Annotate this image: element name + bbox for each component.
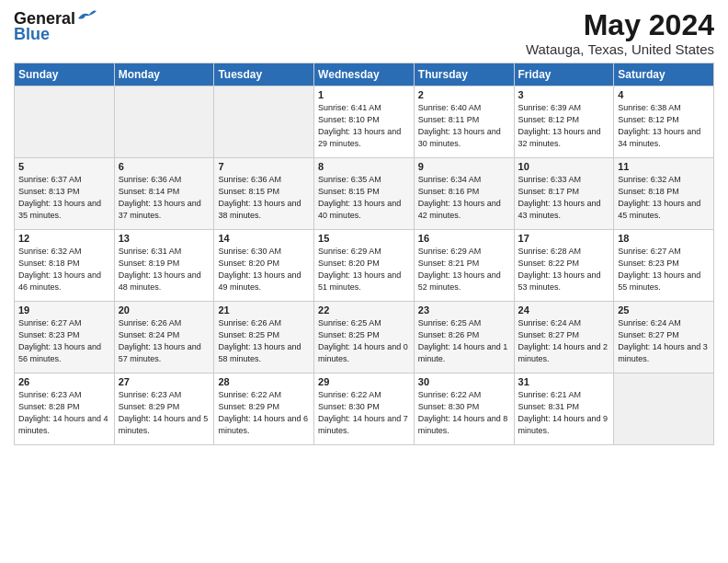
day-info: Sunrise: 6:23 AMSunset: 8:29 PMDaylight:… [119,389,210,437]
logo: General Blue [14,9,97,44]
day-info: Sunrise: 6:30 AMSunset: 8:20 PMDaylight:… [218,246,310,293]
table-row: 13Sunrise: 6:31 AMSunset: 8:19 PMDayligh… [114,230,214,302]
weekday-header-row: Sunday Monday Tuesday Wednesday Thursday… [15,63,714,86]
table-row: 31Sunrise: 6:21 AMSunset: 8:31 PMDayligh… [514,373,614,445]
day-info: Sunrise: 6:32 AMSunset: 8:18 PMDaylight:… [618,174,710,222]
day-number: 11 [618,161,710,172]
day-info: Sunrise: 6:26 AMSunset: 8:25 PMDaylight:… [218,317,310,365]
table-row: 22Sunrise: 6:25 AMSunset: 8:25 PMDayligh… [314,302,415,373]
day-number: 9 [418,161,510,172]
day-info: Sunrise: 6:39 AMSunset: 8:12 PMDaylight:… [518,102,610,150]
day-info: Sunrise: 6:31 AMSunset: 8:19 PMDaylight:… [119,246,210,293]
day-info: Sunrise: 6:35 AMSunset: 8:15 PMDaylight:… [318,174,410,222]
header-saturday: Saturday [614,63,714,86]
table-row: 30Sunrise: 6:22 AMSunset: 8:30 PMDayligh… [414,373,514,445]
day-number: 7 [218,161,310,172]
table-row: 3Sunrise: 6:39 AMSunset: 8:12 PMDaylight… [514,86,614,158]
day-number: 13 [119,233,210,244]
day-number: 18 [618,233,710,244]
table-row: 23Sunrise: 6:25 AMSunset: 8:26 PMDayligh… [414,302,514,373]
calendar-week-row: 12Sunrise: 6:32 AMSunset: 8:18 PMDayligh… [15,230,714,302]
day-number: 26 [18,376,110,387]
day-info: Sunrise: 6:29 AMSunset: 8:20 PMDaylight:… [318,246,410,293]
table-row: 6Sunrise: 6:36 AMSunset: 8:14 PMDaylight… [114,158,214,230]
day-info: Sunrise: 6:40 AMSunset: 8:11 PMDaylight:… [418,102,510,150]
header-friday: Friday [514,63,614,86]
day-number: 21 [218,304,310,316]
day-info: Sunrise: 6:25 AMSunset: 8:26 PMDaylight:… [418,317,510,365]
table-row [15,86,115,158]
day-info: Sunrise: 6:22 AMSunset: 8:30 PMDaylight:… [318,389,410,437]
table-row: 12Sunrise: 6:32 AMSunset: 8:18 PMDayligh… [15,230,115,302]
day-info: Sunrise: 6:21 AMSunset: 8:31 PMDaylight:… [518,389,610,437]
day-number: 3 [518,89,610,100]
day-number: 22 [318,304,410,316]
table-row: 19Sunrise: 6:27 AMSunset: 8:23 PMDayligh… [15,302,115,373]
day-info: Sunrise: 6:29 AMSunset: 8:21 PMDaylight:… [418,246,510,293]
table-row: 21Sunrise: 6:26 AMSunset: 8:25 PMDayligh… [214,302,314,373]
table-row: 28Sunrise: 6:22 AMSunset: 8:29 PMDayligh… [214,373,314,445]
day-number: 19 [18,304,110,316]
day-info: Sunrise: 6:34 AMSunset: 8:16 PMDaylight:… [418,174,510,222]
title-block: May 2024 Watauga, Texas, United States [526,9,714,57]
day-info: Sunrise: 6:32 AMSunset: 8:18 PMDaylight:… [18,246,110,293]
table-row: 10Sunrise: 6:33 AMSunset: 8:17 PMDayligh… [514,158,614,230]
day-info: Sunrise: 6:26 AMSunset: 8:24 PMDaylight:… [119,317,210,365]
table-row: 20Sunrise: 6:26 AMSunset: 8:24 PMDayligh… [114,302,214,373]
table-row: 26Sunrise: 6:23 AMSunset: 8:28 PMDayligh… [15,373,115,445]
day-info: Sunrise: 6:36 AMSunset: 8:15 PMDaylight:… [218,174,310,222]
day-number: 24 [518,304,610,316]
day-info: Sunrise: 6:36 AMSunset: 8:14 PMDaylight:… [119,174,210,222]
header: General Blue May 2024 Watauga, Texas, Un… [14,9,714,57]
day-number: 23 [418,304,510,316]
day-number: 5 [18,161,110,172]
day-number: 20 [119,304,210,316]
day-info: Sunrise: 6:38 AMSunset: 8:12 PMDaylight:… [618,102,710,150]
day-number: 14 [218,233,310,244]
day-info: Sunrise: 6:27 AMSunset: 8:23 PMDaylight:… [618,246,710,293]
table-row: 9Sunrise: 6:34 AMSunset: 8:16 PMDaylight… [414,158,514,230]
table-row [614,373,714,445]
day-info: Sunrise: 6:37 AMSunset: 8:13 PMDaylight:… [18,174,110,222]
header-tuesday: Tuesday [214,63,314,86]
day-number: 29 [318,376,410,387]
table-row: 11Sunrise: 6:32 AMSunset: 8:18 PMDayligh… [614,158,714,230]
day-number: 25 [618,304,710,316]
day-info: Sunrise: 6:27 AMSunset: 8:23 PMDaylight:… [18,317,110,365]
header-monday: Monday [114,63,214,86]
calendar-week-row: 5Sunrise: 6:37 AMSunset: 8:13 PMDaylight… [15,158,714,230]
page: General Blue May 2024 Watauga, Texas, Un… [0,0,728,563]
calendar-week-row: 1Sunrise: 6:41 AMSunset: 8:10 PMDaylight… [15,86,714,158]
table-row: 4Sunrise: 6:38 AMSunset: 8:12 PMDaylight… [614,86,714,158]
day-number: 16 [418,233,510,244]
day-info: Sunrise: 6:25 AMSunset: 8:25 PMDaylight:… [318,317,410,365]
day-number: 8 [318,161,410,172]
table-row: 18Sunrise: 6:27 AMSunset: 8:23 PMDayligh… [614,230,714,302]
table-row: 25Sunrise: 6:24 AMSunset: 8:27 PMDayligh… [614,302,714,373]
day-number: 2 [418,89,510,100]
day-info: Sunrise: 6:24 AMSunset: 8:27 PMDaylight:… [518,317,610,365]
day-number: 6 [119,161,210,172]
table-row: 27Sunrise: 6:23 AMSunset: 8:29 PMDayligh… [114,373,214,445]
day-number: 27 [119,376,210,387]
table-row [214,86,314,158]
header-thursday: Thursday [414,63,514,86]
day-info: Sunrise: 6:22 AMSunset: 8:29 PMDaylight:… [218,389,310,437]
table-row: 29Sunrise: 6:22 AMSunset: 8:30 PMDayligh… [314,373,415,445]
table-row [114,86,214,158]
header-wednesday: Wednesday [314,63,415,86]
calendar-title: May 2024 [526,9,714,41]
table-row: 2Sunrise: 6:40 AMSunset: 8:11 PMDaylight… [414,86,514,158]
day-number: 12 [18,233,110,244]
day-info: Sunrise: 6:22 AMSunset: 8:30 PMDaylight:… [418,389,510,437]
day-number: 10 [518,161,610,172]
day-info: Sunrise: 6:28 AMSunset: 8:22 PMDaylight:… [518,246,610,293]
day-number: 28 [218,376,310,387]
table-row: 16Sunrise: 6:29 AMSunset: 8:21 PMDayligh… [414,230,514,302]
table-row: 8Sunrise: 6:35 AMSunset: 8:15 PMDaylight… [314,158,415,230]
calendar-week-row: 26Sunrise: 6:23 AMSunset: 8:28 PMDayligh… [15,373,714,445]
logo-bird-icon [76,9,97,26]
day-info: Sunrise: 6:33 AMSunset: 8:17 PMDaylight:… [518,174,610,222]
day-number: 1 [318,89,410,100]
header-sunday: Sunday [15,63,115,86]
